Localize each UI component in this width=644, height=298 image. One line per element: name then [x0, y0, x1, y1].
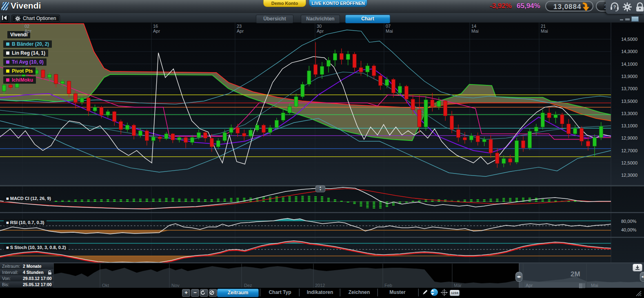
y-axis-tick: 13,1000 — [613, 123, 637, 128]
margin-percent: 65,94% — [517, 2, 540, 10]
navigator-month-Okt: Okt — [102, 283, 109, 288]
toolbar-divider — [418, 289, 418, 296]
rsi-panel-label[interactable]: ■ RSI (10, 0.7, 0.3) — [4, 219, 47, 226]
toolbar-divider — [299, 289, 299, 296]
bottom-tab-indikatoren[interactable]: Indikatoren — [300, 289, 340, 296]
y-axis-tick: 13,7000 — [613, 86, 637, 91]
y-axis-tick: 12,5000 — [613, 160, 637, 165]
stoch-panel — [0, 241, 611, 263]
settings-gear-icon[interactable] — [622, 2, 632, 12]
grip-line — [582, 283, 582, 288]
y-axis-tick: 13,5000 — [613, 99, 637, 104]
crosshair-icon[interactable] — [441, 289, 448, 296]
grip-line — [579, 283, 580, 288]
demo-account-button[interactable]: Demo Konto — [263, 0, 306, 7]
price-labels-toggle-icon[interactable]: 1234 — [450, 290, 460, 296]
macd-panel — [0, 187, 611, 209]
trading-app: { "title_bar": { "symbol": "Vivendi", "d… — [0, 0, 644, 298]
navigator-month-Mai: Mai — [591, 283, 598, 288]
price-chart-canvas[interactable] — [0, 0, 644, 298]
lock-icon[interactable] — [635, 2, 644, 12]
sort-updown-icon[interactable] — [431, 289, 438, 296]
grip-line — [583, 283, 584, 288]
tab-chart[interactable]: Chart — [345, 15, 390, 23]
pane-resize-handle[interactable]: ▲▼ — [315, 185, 325, 192]
navigator-left-handle[interactable]: ◀▶ — [515, 272, 522, 282]
chart-options-label: Chart Optionen — [23, 15, 56, 22]
open-live-account-button[interactable]: LIVE KONTO ERÖFFNEN — [309, 0, 367, 7]
navigator-selection-label: 2M — [571, 270, 580, 278]
navigator-month-Feb: Feb — [384, 283, 392, 288]
x-axis-tick: 16 Apr — [153, 24, 160, 33]
x-axis-tick: 30 Apr — [317, 24, 324, 33]
draw-pencil-icon[interactable] — [422, 289, 429, 296]
x-axis-tick: 23 Apr — [237, 24, 244, 33]
macd-panel-label[interactable]: ■ MACD CI (12, 26, 9) — [4, 195, 53, 202]
support-headset-icon[interactable]: ? — [610, 2, 620, 12]
chart-options-button[interactable]: Chart Optionen — [11, 15, 60, 22]
navigator-collapse-button[interactable] — [633, 264, 642, 271]
chart-size-small-icon[interactable] — [620, 19, 623, 20]
bottom-tab-muster[interactable]: Muster — [379, 289, 416, 296]
tab-nachrichten[interactable]: Nachrichten — [301, 15, 340, 23]
range-info-panel: Zeitraum:2 Monate Intervall:4 Stunden Vo… — [0, 263, 54, 288]
legend-swatch — [6, 42, 9, 46]
legend-item-0[interactable]: B Bänder (20, 2) — [3, 40, 52, 48]
toolbar-divider — [260, 289, 260, 296]
x-axis-tick: 07 Mai — [386, 24, 393, 33]
y-axis-tick: 13,3000 — [613, 111, 637, 116]
tab-uebersicht[interactable]: Übersicht — [256, 15, 293, 23]
settings-flyout: ? — [606, 0, 644, 14]
chart-size-large-icon[interactable] — [631, 16, 639, 22]
legend-item-1[interactable]: Lin Reg (14, 1) — [3, 49, 48, 57]
navigator-month-2012: 2012 — [315, 283, 325, 288]
chart-size-medium-icon[interactable] — [625, 18, 630, 20]
ichimoku-cloud — [0, 24, 611, 140]
y-axis-tick: 12,3000 — [613, 173, 637, 178]
rsi-upper-threshold-label: 80,00% — [621, 219, 636, 224]
info-row-zeitraum: Zeitraum:2 Monate — [0, 263, 53, 269]
y-axis-tick: 12,9000 — [613, 136, 637, 140]
zoom-in-button[interactable]: + — [182, 289, 190, 297]
legend-item-3[interactable]: Pivot Pts — [3, 67, 36, 75]
clear-button[interactable] — [209, 289, 217, 297]
y-axis-tick: 14,5000 — [613, 37, 637, 42]
collapse-panel-button[interactable] — [1, 15, 9, 22]
legend-swatch — [6, 78, 9, 82]
navigator-month-Dez: Dez — [244, 283, 252, 288]
grip-line — [584, 283, 585, 288]
bottom-tab-zeichnen[interactable]: Zeichnen — [341, 289, 377, 296]
refresh-button[interactable] — [200, 289, 208, 297]
toolbar-divider — [377, 289, 378, 296]
interval-unlock-icon[interactable] — [48, 270, 52, 275]
zoom-out-button[interactable]: − — [191, 289, 199, 297]
instrument-title: Vivendi — [11, 1, 41, 11]
price-down-arrow-icon — [581, 2, 590, 11]
navigator[interactable] — [53, 263, 644, 288]
y-axis-tick: 14,3000 — [613, 49, 637, 54]
y-axis-tick: 12,7000 — [613, 148, 637, 153]
toolbar-divider — [340, 289, 340, 296]
window-resize-grip[interactable] — [635, 290, 642, 296]
legend-item-4[interactable]: IchiMoku — [3, 76, 36, 84]
navigator-right-handle[interactable]: ◀ — [640, 272, 644, 282]
svg-text:?: ? — [613, 4, 616, 9]
bottom-tab-chart-typ[interactable]: Chart Typ — [261, 289, 299, 296]
sell-price-button[interactable]: 13,0884 — [545, 1, 593, 11]
legend-swatch — [6, 69, 9, 73]
legend-item-2[interactable]: Tri Avg (10, 0) — [3, 58, 47, 66]
sell-price: 13,0884 — [553, 3, 581, 11]
info-row-intervall: Intervall:4 Stunden — [0, 269, 53, 276]
change-percent: -3,92% — [490, 2, 512, 10]
x-axis-tick: 02 Apr — [24, 24, 31, 33]
x-axis-tick: 21 Mai — [541, 24, 548, 33]
stoch-panel-label[interactable]: ■ S Stoch (10, 10, 3, 0.8, 0.2) — [4, 244, 69, 251]
y-axis-tick: 14,1000 — [613, 62, 637, 67]
info-row-bis: Bis:25.05.12 17:00 — [0, 282, 53, 287]
bottom-tab-zeitraum[interactable]: Zeitraum — [217, 289, 259, 297]
grip-line — [580, 283, 581, 288]
navigator-month-Apr: Apr — [526, 283, 533, 288]
x-axis-tick: 14 Mai — [471, 24, 479, 33]
info-row-von: Von:29.03.12 17:00 — [0, 276, 53, 282]
rsi-panel — [0, 218, 611, 234]
